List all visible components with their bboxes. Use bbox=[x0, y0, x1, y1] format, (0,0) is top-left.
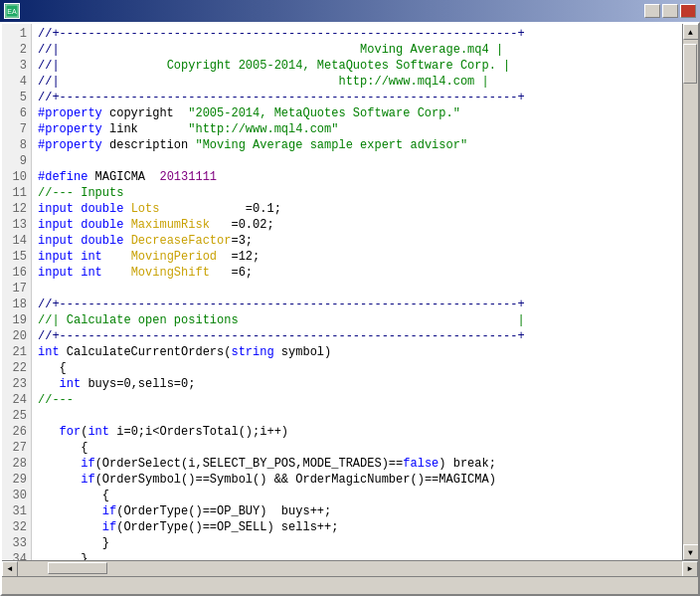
code-line-23: int buys=0,sells=0; bbox=[38, 376, 676, 392]
scroll-left-arrow[interactable]: ◄ bbox=[2, 561, 18, 577]
code-line-6: #property copyright "2005-2014, MetaQuot… bbox=[38, 105, 676, 121]
editor-window: 1234567891011121314151617181920212223242… bbox=[0, 22, 700, 596]
minimize-button[interactable] bbox=[644, 4, 660, 18]
code-content[interactable]: //+-------------------------------------… bbox=[32, 24, 682, 560]
line-numbers: 1234567891011121314151617181920212223242… bbox=[2, 24, 32, 560]
scroll-up-arrow[interactable]: ▲ bbox=[683, 24, 699, 40]
code-line-28: if(OrderSelect(i,SELECT_BY_POS,MODE_TRAD… bbox=[38, 456, 676, 472]
code-line-21: int CalculateCurrentOrders(string symbol… bbox=[38, 344, 676, 360]
code-line-32: if(OrderType()==OP_SELL) sells++; bbox=[38, 519, 676, 535]
code-line-3: //| Copyright 2005-2014, MetaQuotes Soft… bbox=[38, 58, 676, 74]
code-line-4: //| http://www.mql4.com | bbox=[38, 74, 676, 90]
code-line-26: for(int i=0;i<OrdersTotal();i++) bbox=[38, 424, 676, 440]
close-button[interactable] bbox=[680, 4, 696, 18]
code-line-27: { bbox=[38, 440, 676, 456]
code-line-14: input double DecreaseFactor=3; bbox=[38, 233, 676, 249]
code-line-1: //+-------------------------------------… bbox=[38, 26, 676, 42]
code-line-34: } bbox=[38, 551, 676, 560]
scroll-thumb[interactable] bbox=[683, 44, 697, 84]
code-line-20: //+-------------------------------------… bbox=[38, 328, 676, 344]
code-line-29: if(OrderSymbol()==Symbol() && OrderMagic… bbox=[38, 472, 676, 488]
code-area[interactable]: 1234567891011121314151617181920212223242… bbox=[2, 24, 682, 560]
code-line-19: //| Calculate open positions | bbox=[38, 312, 676, 328]
status-bar bbox=[2, 576, 698, 594]
code-line-30: { bbox=[38, 488, 676, 503]
maximize-button[interactable] bbox=[662, 4, 678, 18]
scroll-down-arrow[interactable]: ▼ bbox=[683, 544, 699, 560]
code-line-22: { bbox=[38, 360, 676, 376]
code-line-33: } bbox=[38, 535, 676, 551]
scroll-track[interactable] bbox=[683, 40, 698, 544]
code-line-12: input double Lots =0.1; bbox=[38, 201, 676, 217]
code-line-17 bbox=[38, 281, 676, 297]
code-line-7: #property link "http://www.mql4.com" bbox=[38, 121, 676, 137]
code-line-10: #define MAGICMA 20131111 bbox=[38, 169, 676, 185]
title-bar-left: EA bbox=[4, 3, 24, 19]
svg-text:EA: EA bbox=[7, 8, 17, 15]
code-line-16: input int MovingShift =6; bbox=[38, 265, 676, 281]
scroll-right-arrow[interactable]: ► bbox=[682, 561, 698, 577]
code-line-9 bbox=[38, 153, 676, 169]
vertical-scrollbar[interactable]: ▲ ▼ bbox=[682, 24, 698, 560]
code-line-15: input int MovingPeriod =12; bbox=[38, 249, 676, 265]
code-line-18: //+-------------------------------------… bbox=[38, 297, 676, 312]
horizontal-scrollbar[interactable]: ◄ ► bbox=[2, 560, 698, 576]
code-line-8: #property description "Moving Average sa… bbox=[38, 137, 676, 153]
scroll-thumb-h[interactable] bbox=[48, 562, 107, 574]
code-line-24: //--- bbox=[38, 392, 676, 408]
code-line-13: input double MaximumRisk =0.02; bbox=[38, 217, 676, 233]
code-line-2: //| Moving Average.mq4 | bbox=[38, 42, 676, 58]
code-line-25 bbox=[38, 408, 676, 424]
code-line-31: if(OrderType()==OP_BUY) buys++; bbox=[38, 503, 676, 519]
code-line-5: //+-------------------------------------… bbox=[38, 90, 676, 105]
app-icon: EA bbox=[4, 3, 20, 19]
scroll-track-h[interactable] bbox=[18, 561, 682, 576]
title-buttons bbox=[644, 4, 696, 18]
code-line-11: //--- Inputs bbox=[38, 185, 676, 201]
title-bar: EA bbox=[0, 0, 700, 22]
